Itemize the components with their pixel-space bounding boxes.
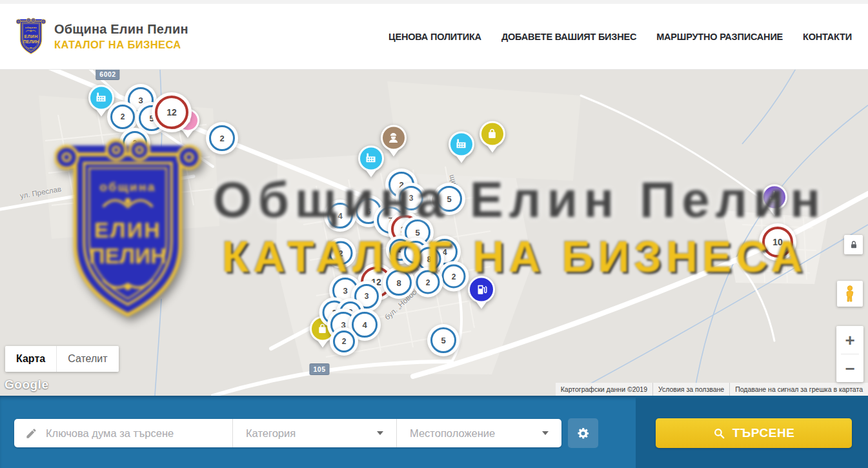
gear-icon xyxy=(576,426,590,441)
cluster-marker[interactable]: 2 xyxy=(442,265,466,289)
attribution-link[interactable]: Подаване на сигнал за грешка в картата xyxy=(729,383,868,396)
worker-pin[interactable] xyxy=(381,125,407,157)
pencil-icon xyxy=(25,427,37,440)
search-button[interactable]: ТЪРСЕНЕ xyxy=(656,418,852,448)
advanced-settings-button[interactable] xyxy=(568,418,598,448)
factory-pin[interactable] xyxy=(358,146,384,178)
factory-pin[interactable] xyxy=(88,85,114,117)
cluster-marker[interactable]: 2 xyxy=(110,105,135,129)
map[interactable]: ул. Преславбул. „Новоселщи“ 6002105 3251… xyxy=(0,70,868,396)
cluster-marker[interactable]: 2 xyxy=(416,270,440,294)
nav-item-add-business[interactable]: ДОБАВЕТЕ ВАШИЯТ БИЗНЕС xyxy=(501,32,636,42)
cluster-marker[interactable]: 4 xyxy=(327,203,353,229)
attribution-link[interactable]: Условия за ползване xyxy=(652,383,729,396)
site-header: Община Елин Пелин КАТАЛОГ НА БИЗНЕСА ЦЕН… xyxy=(0,4,868,70)
bag-pin[interactable] xyxy=(479,121,505,153)
cluster-marker[interactable]: 12 xyxy=(155,96,188,129)
category-select-label: Категория xyxy=(246,427,296,440)
search-group: Категория Местоположение xyxy=(14,419,561,447)
chevron-down-icon xyxy=(542,431,549,435)
search-icon xyxy=(713,427,725,440)
fullscreen-lock-button[interactable] xyxy=(844,235,863,254)
site-subtitle: КАТАЛОГ НА БИЗНЕСА xyxy=(54,39,188,51)
category-select[interactable]: Категория xyxy=(232,419,396,447)
cluster-marker[interactable]: 2 xyxy=(209,125,235,151)
keyword-field-wrap xyxy=(14,419,232,447)
map-attribution: Картографски данни ©2019Условия за ползв… xyxy=(556,383,868,396)
cluster-marker[interactable]: 8 xyxy=(386,270,412,296)
search-bar: Категория Местоположение ТЪРСЕНЕ xyxy=(0,396,868,468)
brand[interactable]: Община Елин Пелин КАТАЛОГ НА БИЗНЕСА xyxy=(16,17,188,56)
cluster-marker[interactable]: 2 xyxy=(123,131,147,156)
cluster-marker[interactable]: 5 xyxy=(430,327,456,353)
google-logo[interactable]: Google xyxy=(5,378,48,392)
search-button-label: ТЪРСЕНЕ xyxy=(732,426,795,440)
location-select[interactable]: Местоположение xyxy=(396,419,561,447)
nav-item-contacts[interactable]: КОНТАКТИ xyxy=(803,32,852,42)
church-pin[interactable] xyxy=(762,185,787,216)
road-badge: 6002 xyxy=(96,70,119,80)
cluster-marker[interactable]: 2 xyxy=(329,241,353,265)
road-badge: 105 xyxy=(309,363,329,375)
cluster-marker[interactable]: 10 xyxy=(762,227,793,258)
nav-item-pricing[interactable]: ЦЕНОВА ПОЛИТИКА xyxy=(389,32,481,42)
zoom-control: + − xyxy=(836,326,863,382)
padlock-icon xyxy=(849,239,859,250)
cluster-marker[interactable]: 5 xyxy=(436,186,462,212)
zoom-out-button[interactable]: − xyxy=(836,354,863,382)
location-select-label: Местоположение xyxy=(410,427,495,440)
map-view-button[interactable]: Карта xyxy=(5,346,56,372)
cluster-marker[interactable]: 4 xyxy=(352,312,378,338)
main-nav: ЦЕНОВА ПОЛИТИКАДОБАВЕТЕ ВАШИЯТ БИЗНЕСМАР… xyxy=(389,32,852,42)
satellite-view-button[interactable]: Сателит xyxy=(56,346,118,372)
site-title: Община Елин Пелин xyxy=(54,22,188,37)
zoom-in-button[interactable]: + xyxy=(836,326,863,354)
nav-item-route-schedule[interactable]: МАРШРУТНО РАЗПИСАНИЕ xyxy=(656,32,783,42)
map-type-control: Карта Сателит xyxy=(5,346,119,372)
attribution-text: Картографски данни ©2019 xyxy=(556,383,652,396)
fuel-pin[interactable] xyxy=(468,276,495,309)
street-view-pegman-button[interactable] xyxy=(837,281,863,307)
pegman-icon xyxy=(842,284,858,303)
municipality-crest-logo xyxy=(16,17,46,56)
cluster-marker[interactable]: 8 xyxy=(418,247,441,271)
factory-pin[interactable] xyxy=(449,132,474,163)
cluster-marker[interactable]: 2 xyxy=(333,331,355,352)
chevron-down-icon xyxy=(377,431,383,435)
cluster-marker[interactable]: 3 xyxy=(399,186,423,210)
keyword-search-input[interactable] xyxy=(46,427,225,440)
